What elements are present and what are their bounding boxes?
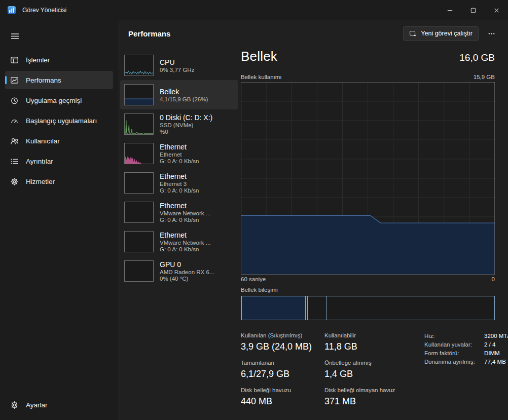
memory-usage-graph: [241, 82, 495, 275]
composition-label: Bellek bileşimi: [241, 287, 495, 293]
perf-item-sub: 4,1/15,9 GB (26%): [160, 96, 208, 102]
stat-paged-pool: Disk belleği havuzu 440 MB: [241, 387, 324, 407]
perf-item-title: Ethernet: [160, 231, 210, 239]
close-button[interactable]: [485, 0, 508, 20]
perf-item-sub: SSD (NVMe): [160, 122, 212, 128]
stat-non-paged-pool: Disk belleği olmayan havuz 371 MB: [324, 387, 418, 407]
sidebar-item-label: Kullanıcılar: [26, 137, 60, 145]
run-new-task-label: Yeni görevi çalıştır: [421, 30, 473, 37]
stat-available: Kullanılabilir 11,8 GB: [324, 332, 418, 352]
ethernet-mini-graph: [124, 202, 154, 223]
details-icon: [10, 157, 19, 166]
perf-item-sub: 0% (40 °C): [160, 276, 214, 282]
cpu-mini-graph: [124, 55, 154, 76]
startup-apps-icon: [10, 117, 19, 125]
perf-item-sub: VMware Network ...: [160, 240, 210, 246]
app-history-icon: [10, 96, 19, 105]
perf-item-sub: Ethernet: [160, 151, 199, 158]
memory-stats: Kullanılan (Sıkıştırılmış) 3,9 GB (24,0 …: [241, 332, 418, 407]
settings-gear-icon: [10, 401, 19, 409]
perf-item-sub: G: 0 A: 0 Kb/sn: [160, 158, 199, 164]
memory-usage-area: [241, 215, 495, 275]
disk-mini-graph: [124, 113, 154, 135]
perf-item-sub: Ethernet 3: [160, 181, 199, 187]
sidebar-item-ayarlar[interactable]: Ayarlar: [5, 396, 113, 414]
perf-item-title: Ethernet: [160, 202, 210, 210]
memory-mini-graph: [124, 84, 154, 105]
timespan-label: 60 saniye: [241, 276, 266, 282]
page-header: Performans Yeni görevi çalıştır: [118, 20, 508, 47]
timespan-end: 0: [492, 276, 495, 282]
perf-item-sub: VMware Network ...: [160, 210, 210, 216]
perf-item-sub: G: 0 A: 0 Kb/sn: [160, 217, 210, 223]
sidebar-item-label: Başlangıç uygulamaları: [26, 117, 97, 125]
titlebar: Görev Yöneticisi: [0, 0, 508, 20]
usage-graph-max: 15,9 GB: [474, 74, 495, 80]
sidebar-item-islemler[interactable]: İşlemler: [5, 51, 113, 69]
memory-composition-bar: [241, 296, 495, 320]
sidebar-item-label: Performans: [26, 77, 61, 84]
perf-item-sub: G: 0 A: 0 Kb/sn: [160, 246, 210, 252]
sidebar-item-label: Uygulama geçmişi: [26, 97, 82, 104]
maximize-button[interactable]: [461, 0, 485, 20]
perf-item-title: 0 Diski (C: D: X:): [160, 113, 212, 122]
gpu-mini-graph: [124, 260, 154, 282]
memory-detail-pane: Bellek 16,0 GB Bellek kullanımı 15,9 GB: [238, 47, 495, 420]
stat-in-use: Kullanılan (Sıkıştırılmış) 3,9 GB (24,0 …: [241, 332, 324, 352]
selection-indicator: [5, 76, 7, 84]
minimize-button[interactable]: [438, 0, 461, 20]
users-icon: [10, 137, 19, 145]
sidebar-item-performans[interactable]: Performans: [5, 71, 113, 89]
ethernet-mini-graph: [124, 172, 154, 194]
memory-capacity: 16,0 GB: [459, 52, 495, 63]
performance-icon: [10, 76, 19, 85]
window-title: Görev Yöneticisi: [22, 7, 66, 14]
sidebar-item-kullanicilar[interactable]: Kullanıcılar: [5, 132, 113, 150]
perf-item-disk-0[interactable]: 0 Diski (C: D: X:) SSD (NVMe) %0: [120, 109, 238, 139]
perf-item-ethernet-4[interactable]: Ethernet VMware Network ... G: 0 A: 0 Kb…: [120, 227, 238, 256]
perf-item-title: CPU: [160, 58, 194, 66]
more-options-button[interactable]: [483, 26, 500, 41]
run-new-task-button[interactable]: Yeni görevi çalıştır: [403, 26, 479, 41]
stat-committed: Tamamlanan 6,1/27,9 GB: [241, 360, 324, 379]
sidebar-item-label: Ayrıntılar: [26, 158, 53, 165]
page-title: Performans: [128, 29, 170, 38]
perf-item-sub: G: 0 A: 0 Kb/sn: [160, 187, 199, 194]
sidebar-item-label: Hizmetler: [26, 178, 55, 185]
perf-item-ethernet-3[interactable]: Ethernet VMware Network ... G: 0 A: 0 Kb…: [120, 198, 238, 227]
performance-rail: CPU 0% 3,77 GHz Bellek: [120, 47, 238, 420]
detail-title: Bellek: [241, 49, 277, 64]
nav-menu-button[interactable]: [5, 27, 24, 45]
sidebar-item-hizmetler[interactable]: Hizmetler: [5, 172, 113, 190]
composition-segment-standby: [308, 296, 327, 320]
perf-item-sub: AMD Radeon RX 6...: [160, 269, 214, 275]
perf-item-sub: %0: [160, 129, 212, 135]
sidebar-item-ayrintilar[interactable]: Ayrıntılar: [5, 152, 113, 170]
memory-hardware-info: Hız: 3200 MT/s Kullanılan yuvalar: 2 / 4…: [424, 333, 508, 407]
ethernet-mini-graph: [124, 143, 154, 164]
perf-item-memory[interactable]: Bellek 4,1/15,9 GB (26%): [120, 80, 238, 109]
perf-item-title: Ethernet: [160, 172, 199, 180]
perf-item-ethernet-1[interactable]: Ethernet Ethernet G: 0 A: 0 Kb/sn: [120, 139, 238, 168]
services-icon: [10, 177, 19, 186]
stat-cached: Önbelleğe alınmış 1,4 GB: [324, 360, 418, 379]
task-manager-window: Görev Yöneticisi İşlemler: [0, 0, 508, 420]
sidebar-item-label: İşlemler: [26, 56, 50, 64]
composition-segment-in-use: [241, 296, 306, 320]
sidebar-item-baslangic-uygulamalari[interactable]: Başlangıç uygulamaları: [5, 111, 113, 130]
sidebar-item-label: Ayarlar: [26, 401, 48, 409]
usage-graph-label: Bellek kullanımı: [241, 74, 282, 80]
perf-item-cpu[interactable]: CPU 0% 3,77 GHz: [120, 51, 238, 80]
window-controls: [438, 0, 508, 20]
sidebar-item-uygulama-gecmisi[interactable]: Uygulama geçmişi: [5, 91, 113, 109]
perf-item-title: Bellek: [160, 88, 208, 96]
task-manager-app-icon: [7, 6, 16, 15]
perf-item-sub: 0% 3,77 GHz: [160, 67, 194, 73]
perf-item-title: GPU 0: [160, 260, 214, 269]
main-panel: Performans Yeni görevi çalıştır: [118, 20, 508, 420]
perf-item-ethernet-2[interactable]: Ethernet Ethernet 3 G: 0 A: 0 Kb/sn: [120, 168, 238, 198]
perf-item-gpu-0[interactable]: GPU 0 AMD Radeon RX 6... 0% (40 °C): [120, 256, 238, 286]
processes-icon: [10, 56, 19, 64]
sidebar: İşlemler Performans Uygulama geçmişi: [0, 20, 118, 420]
ethernet-mini-graph: [124, 231, 154, 252]
